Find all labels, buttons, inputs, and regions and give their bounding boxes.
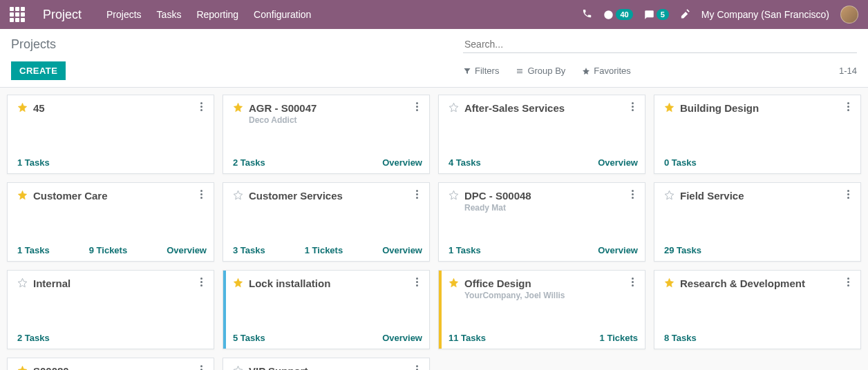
project-card[interactable]: Office DesignYourCompany, Joel Willis11 … — [438, 270, 645, 349]
apps-icon[interactable] — [10, 7, 25, 22]
card-menu-icon[interactable] — [196, 190, 207, 199]
avatar[interactable] — [840, 6, 858, 23]
message-count: 5 — [657, 9, 669, 20]
messaging-button[interactable]: 5 — [644, 9, 669, 20]
tasks-link[interactable]: 1 Tasks — [17, 245, 50, 255]
card-menu-icon[interactable] — [411, 190, 422, 199]
overview-link[interactable]: Overview — [382, 245, 422, 255]
overview-link[interactable]: Overview — [167, 245, 207, 255]
project-card[interactable]: AGR - S00047Deco Addict2 TasksOverview — [223, 95, 430, 174]
project-card[interactable]: Research & Development8 Tasks — [654, 270, 861, 349]
control-panel: Projects CREATE Filters Group By Favorit… — [0, 29, 868, 88]
favorite-star-icon[interactable] — [449, 190, 459, 200]
favorite-star-icon[interactable] — [233, 278, 243, 288]
tasks-link[interactable]: 3 Tasks — [233, 245, 265, 255]
favorite-star-icon[interactable] — [17, 365, 28, 370]
project-card[interactable]: 451 Tasks — [7, 95, 214, 174]
overview-link[interactable]: Overview — [598, 157, 638, 168]
overview-link[interactable]: Overview — [382, 157, 422, 168]
app-brand[interactable]: Project — [43, 8, 82, 22]
settings-icon[interactable] — [680, 8, 690, 21]
groupby-button[interactable]: Group By — [516, 66, 565, 76]
tickets-link[interactable]: 1 Tickets — [305, 245, 343, 255]
card-title: Lock installation — [249, 278, 406, 289]
project-card[interactable]: Lock installation5 TasksOverview — [223, 270, 430, 349]
card-body: Building Design0 Tasks — [657, 95, 860, 173]
pager[interactable]: 1-14 — [839, 66, 857, 76]
tasks-suffix: Tasks — [22, 333, 50, 343]
tickets-link[interactable]: 1 Tickets — [600, 333, 638, 343]
tickets-suffix: Tickets — [94, 245, 127, 255]
favorite-star-icon[interactable] — [664, 278, 674, 288]
tickets-suffix: Tickets — [605, 333, 638, 343]
project-card[interactable]: Field Service29 Tasks — [654, 182, 861, 262]
tasks-link[interactable]: 11 Tasks — [449, 333, 486, 343]
tasks-link[interactable]: 2 Tasks — [233, 157, 265, 168]
card-title: S00080 — [33, 365, 190, 370]
activity-button[interactable]: 40 — [603, 9, 632, 20]
favorite-star-icon[interactable] — [664, 102, 674, 113]
tasks-suffix: Tasks — [238, 333, 265, 343]
tasks-link[interactable]: 29 Tasks — [664, 245, 701, 255]
tasks-link[interactable]: 1 Tasks — [17, 157, 50, 168]
search-input[interactable] — [463, 36, 857, 53]
tasks-link[interactable]: 2 Tasks — [17, 333, 50, 343]
tickets-link[interactable]: 9 Tickets — [89, 245, 127, 255]
nav-link-configuration[interactable]: Configuration — [254, 9, 311, 20]
phone-icon[interactable] — [582, 8, 592, 21]
tasks-link[interactable]: 0 Tasks — [664, 157, 697, 168]
project-card[interactable]: S00080 — [7, 358, 214, 370]
favorite-star-icon[interactable] — [233, 102, 243, 113]
tasks-link[interactable]: 5 Tasks — [233, 333, 265, 343]
project-card[interactable]: DPC - S00048Ready Mat1 TasksOverview — [438, 182, 645, 262]
filters-button[interactable]: Filters — [463, 66, 499, 76]
favorite-star-icon[interactable] — [664, 190, 674, 200]
project-card[interactable]: Customer Care1 Tasks9 TicketsOverview — [7, 182, 214, 262]
project-card[interactable]: VIP Support — [223, 358, 430, 370]
favorite-star-icon[interactable] — [17, 190, 28, 200]
nav-link-projects[interactable]: Projects — [106, 9, 142, 20]
kanban-grid: 451 TasksAGR - S00047Deco Addict2 TasksO… — [0, 88, 868, 370]
project-card[interactable]: Internal2 Tasks — [7, 270, 214, 349]
card-menu-icon[interactable] — [196, 278, 207, 286]
overview-link[interactable]: Overview — [598, 245, 638, 255]
tasks-link[interactable]: 4 Tasks — [449, 157, 481, 168]
company-switcher[interactable]: My Company (San Francisco) — [701, 9, 829, 20]
card-body: Customer Services3 Tasks1 TicketsOvervie… — [226, 183, 429, 261]
favorite-star-icon[interactable] — [449, 278, 459, 288]
tasks-suffix: Tasks — [669, 333, 697, 343]
project-card[interactable]: Building Design0 Tasks — [654, 95, 861, 174]
card-body: Lock installation5 TasksOverview — [226, 271, 429, 349]
card-menu-icon[interactable] — [842, 102, 853, 111]
card-menu-icon[interactable] — [411, 102, 422, 111]
card-menu-icon[interactable] — [196, 102, 207, 111]
tasks-suffix: Tasks — [22, 157, 50, 168]
card-menu-icon[interactable] — [627, 190, 638, 199]
favorite-star-icon[interactable] — [233, 365, 243, 370]
card-menu-icon[interactable] — [627, 278, 638, 286]
card-menu-icon[interactable] — [196, 365, 207, 370]
tasks-link[interactable]: 1 Tasks — [449, 245, 481, 255]
project-card[interactable]: After-Sales Services4 TasksOverview — [438, 95, 645, 174]
favorite-star-icon[interactable] — [449, 102, 459, 113]
activity-count: 40 — [616, 9, 632, 20]
card-menu-icon[interactable] — [411, 278, 422, 286]
create-button[interactable]: CREATE — [11, 61, 66, 80]
card-subtitle: YourCompany, Joel Willis — [464, 291, 638, 300]
card-menu-icon[interactable] — [411, 365, 422, 370]
card-subtitle: Ready Mat — [464, 203, 638, 213]
favorite-star-icon[interactable] — [233, 190, 243, 200]
favorites-button[interactable]: Favorites — [582, 66, 630, 76]
favorite-star-icon[interactable] — [17, 278, 28, 288]
nav-right: 40 5 My Company (San Francisco) — [582, 6, 858, 23]
nav-link-reporting[interactable]: Reporting — [196, 9, 238, 20]
favorite-star-icon[interactable] — [17, 102, 28, 113]
card-menu-icon[interactable] — [842, 278, 853, 286]
card-menu-icon[interactable] — [842, 190, 853, 199]
card-menu-icon[interactable] — [627, 102, 638, 111]
tasks-link[interactable]: 8 Tasks — [664, 333, 697, 343]
nav-link-tasks[interactable]: Tasks — [157, 9, 182, 20]
card-body: VIP Support — [226, 358, 429, 370]
overview-link[interactable]: Overview — [382, 333, 422, 343]
project-card[interactable]: Customer Services3 Tasks1 TicketsOvervie… — [223, 182, 430, 262]
